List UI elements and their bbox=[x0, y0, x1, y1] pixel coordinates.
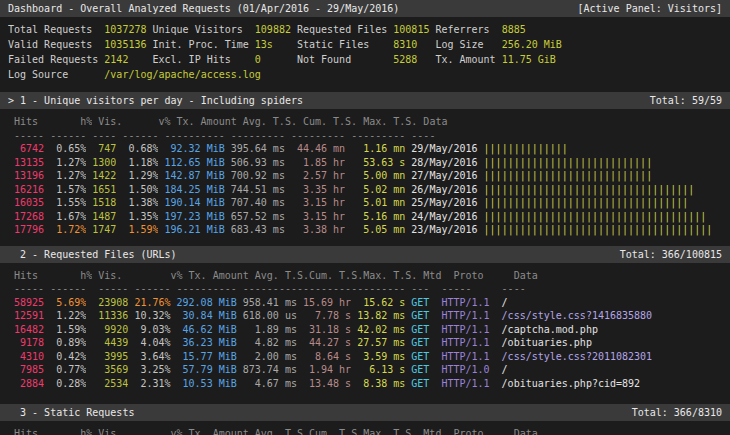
col-proto: HTTP/1.1 bbox=[435, 309, 495, 323]
table-row[interactable]: 91780.89%44394.04%36.23 MiB4.82 ms44.27 … bbox=[8, 336, 730, 350]
request-path: / bbox=[502, 297, 508, 308]
table-row[interactable]: 125911.22%1133610.32%30.84 MiB618.00 us7… bbox=[8, 309, 730, 323]
col-max: 1.16 mn bbox=[345, 142, 405, 156]
column-header: Data bbox=[508, 427, 730, 435]
table-row[interactable]: 172681.67%14871.35%197.23 MiB657.52 ms3.… bbox=[8, 210, 730, 224]
col-proto: HTTP/1.1 bbox=[435, 336, 495, 350]
summary-label: Tx. Amount bbox=[435, 52, 501, 67]
col-pct: 1.50% bbox=[116, 183, 158, 197]
summary-value: 11.75 GiB bbox=[502, 52, 556, 67]
column-header: v% bbox=[128, 115, 170, 129]
request-path: /obituaries.php bbox=[502, 337, 592, 348]
panel-header-unique-visitors[interactable]: > 1 - Unique visitors per day - Includin… bbox=[0, 92, 730, 109]
table-row[interactable]: 43100.42%39953.64%15.77 MiB2.00 ms8.64 s… bbox=[8, 350, 730, 364]
col-vis: 3569 bbox=[86, 363, 128, 377]
col-hits: 9178 bbox=[8, 336, 44, 350]
panel-header-static-requests[interactable]: 3 - Static RequestsTotal: 366/8310 bbox=[0, 404, 730, 421]
panel-total: Total: 366/8310 bbox=[632, 404, 722, 421]
table-row[interactable]: 589255.69%2390821.76%292.08 MiB958.41 ms… bbox=[8, 296, 730, 310]
date-label: 28/May/2016 bbox=[411, 157, 477, 168]
column-separator: ---------- bbox=[171, 282, 237, 296]
column-header: h% bbox=[50, 115, 92, 129]
column-header: Max. T.S. bbox=[363, 269, 417, 283]
table-row[interactable]: 177961.72%17471.59%196.21 MiB683.43 ms3.… bbox=[8, 223, 730, 237]
summary-label: Log Size bbox=[435, 37, 501, 52]
hits-bar: |||||||||||||||||||||||||||||||||||||| bbox=[478, 224, 713, 235]
col-hits: 17796 bbox=[8, 223, 44, 237]
column-header: Vis. bbox=[92, 427, 140, 435]
col-pct: 5.69% bbox=[44, 296, 86, 310]
summary-value: 8310 bbox=[393, 37, 435, 52]
column-header: Max. T.S. bbox=[363, 427, 417, 435]
col-hits: 12591 bbox=[8, 309, 44, 323]
request-path: / bbox=[502, 364, 508, 375]
table-row[interactable]: 67420.65%7470.68%92.32 MiB395.64 ms44.46… bbox=[8, 142, 730, 156]
col-proto: HTTP/1.1 bbox=[435, 350, 495, 364]
column-header: Proto bbox=[447, 427, 507, 435]
panel-table: Hitsh%Vis.v%Tx. AmountAvg. T.S.Cum. T.S.… bbox=[0, 109, 730, 237]
col-hits: 16216 bbox=[8, 183, 44, 197]
col-mtd: GET bbox=[405, 336, 435, 350]
column-separator: ------ bbox=[128, 282, 170, 296]
col-max: 27.57 ms bbox=[351, 336, 405, 350]
col-mtd: GET bbox=[405, 309, 435, 323]
column-header: v% bbox=[140, 269, 182, 283]
col-avg: 395.64 ms bbox=[225, 142, 285, 156]
col-pct: 1.55% bbox=[44, 196, 86, 210]
summary-row: Failed Requests2142Excl. IP Hits0Not Fou… bbox=[8, 52, 730, 67]
table-row[interactable]: 131351.27%13001.18%112.65 MiB506.93 ms1.… bbox=[8, 156, 730, 170]
col-data: / bbox=[496, 363, 730, 377]
col-data: 26/May/2016 ||||||||||||||||||||||||||||… bbox=[405, 183, 730, 197]
col-vis: 3995 bbox=[86, 350, 128, 364]
table-row[interactable]: 28840.28%25342.31%10.53 MiB4.67 ms13.48 … bbox=[8, 377, 730, 391]
column-header: Vis. bbox=[92, 115, 128, 129]
col-hits: 58925 bbox=[8, 296, 44, 310]
col-data: /css/style.css?2011082301 bbox=[496, 350, 730, 364]
col-avg: 4.67 ms bbox=[237, 377, 297, 391]
col-vis: 1487 bbox=[86, 210, 116, 224]
column-separator-row: ----------------------------------------… bbox=[8, 129, 730, 143]
panel-header-requested-files[interactable]: 2 - Requested Files (URLs)Total: 366/100… bbox=[0, 246, 730, 263]
col-max: 13.82 ms bbox=[351, 309, 405, 323]
col-avg: 1.89 ms bbox=[237, 323, 297, 337]
col-avg: 618.00 us bbox=[237, 309, 297, 323]
col-tx: 112.65 MiB bbox=[158, 156, 224, 170]
request-path: /css/style.css?1416835880 bbox=[502, 310, 653, 321]
col-max: 8.38 ms bbox=[351, 377, 405, 391]
column-header-row: Hitsh%Vis.v%Tx. AmountAvg. T.S.Cum. T.S.… bbox=[8, 115, 730, 129]
table-row[interactable]: 164821.59%99209.03%46.62 MiB1.89 ms31.18… bbox=[8, 323, 730, 337]
col-vis: 4439 bbox=[86, 336, 128, 350]
request-path: /obituaries.php?cid=892 bbox=[502, 378, 640, 389]
col-pct: 4.04% bbox=[128, 336, 170, 350]
summary-label: Valid Requests bbox=[8, 37, 104, 52]
col-max: 42.02 ms bbox=[351, 323, 405, 337]
column-separator: ----- bbox=[435, 282, 495, 296]
col-pct: 9.03% bbox=[128, 323, 170, 337]
col-mtd: GET bbox=[405, 296, 435, 310]
col-data: /obituaries.php bbox=[496, 336, 730, 350]
col-max: 3.59 ms bbox=[351, 350, 405, 364]
table-row[interactable]: 131961.27%14221.29%142.87 MiB700.92 ms2.… bbox=[8, 169, 730, 183]
hits-bar: |||||||||||||| bbox=[478, 143, 568, 154]
table-row[interactable]: 162161.57%16511.50%184.25 MiB744.51 ms3.… bbox=[8, 183, 730, 197]
date-label: 29/May/2016 bbox=[411, 143, 477, 154]
col-cum: 2.57 hr bbox=[285, 169, 345, 183]
column-header: Cum. T.S. bbox=[297, 115, 357, 129]
summary-value: 2142 bbox=[104, 52, 152, 67]
col-vis: 1747 bbox=[86, 223, 116, 237]
summary-row: Total Requests1037278Unique Visitors1098… bbox=[8, 22, 730, 37]
col-vis: 1422 bbox=[86, 169, 116, 183]
table-row[interactable]: 79850.77%35693.25%57.79 MiB873.74 ms1.94… bbox=[8, 363, 730, 377]
col-cum: 3.38 hr bbox=[285, 223, 345, 237]
col-tx: 197.23 MiB bbox=[158, 210, 224, 224]
summary-value: 0 bbox=[255, 52, 297, 67]
col-pct: 0.68% bbox=[116, 142, 158, 156]
column-header: Mtd bbox=[417, 427, 447, 435]
col-avg: 700.92 ms bbox=[225, 169, 285, 183]
col-vis: 9920 bbox=[86, 323, 128, 337]
summary-label: Init. Proc. Time bbox=[152, 37, 254, 52]
table-row[interactable]: 160351.55%15181.38%190.14 MiB707.40 ms3.… bbox=[8, 196, 730, 210]
column-header: v% bbox=[140, 427, 182, 435]
col-tx: 184.25 MiB bbox=[158, 183, 224, 197]
hits-bar: |||||||||||||||||||||||||||| bbox=[478, 157, 653, 168]
